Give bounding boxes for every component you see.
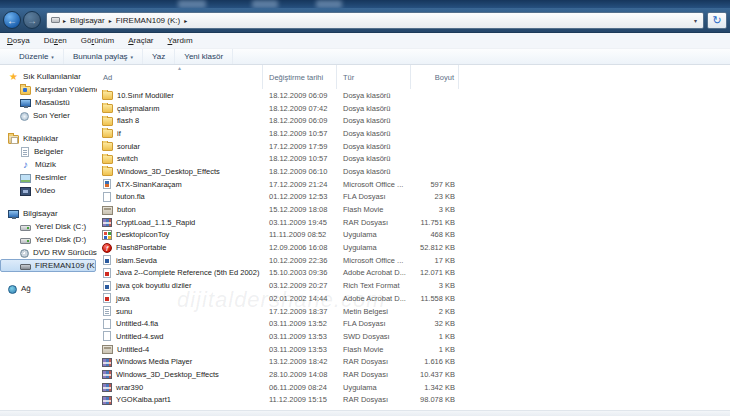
table-row[interactable]: java çok boyutlu diziler03.12.2009 20:27… xyxy=(97,279,730,292)
menu-yardim[interactable]: Yardım xyxy=(161,36,200,45)
address-dropdown-icon[interactable]: ▾ xyxy=(692,17,699,24)
main-area: ★Sık KullanılanlarKarşıdan YüklemelerMas… xyxy=(0,65,730,416)
rar-icon xyxy=(102,358,112,367)
table-row[interactable]: Untitled-4.fla03.11.2009 13:52FLA Dosyas… xyxy=(97,317,730,330)
toolbar-yeni-klasor[interactable]: Yeni klasör xyxy=(175,49,233,64)
table-row[interactable]: ATX-SinanKaraçam17.12.2009 21:24Microsof… xyxy=(97,178,730,191)
hdd-icon xyxy=(20,225,31,231)
table-row[interactable]: Windows_3D_Desktop_Effects18.12.2009 06:… xyxy=(97,165,730,178)
refresh-button[interactable]: ↻ xyxy=(707,12,727,29)
office-icon xyxy=(103,179,111,189)
menu-gorunum[interactable]: Görünüm xyxy=(74,36,121,45)
column-header-de-i-tirme-tarihi[interactable]: Değiştirme tarihi xyxy=(263,65,337,89)
table-row[interactable]: if18.12.2009 10:57Dosya klasörü xyxy=(97,127,730,140)
column-header-ad[interactable]: Ad▴ xyxy=(97,65,263,89)
sidebar-item[interactable]: ♪Müzik xyxy=(0,158,97,171)
hdd2-icon xyxy=(20,238,31,244)
file-size-cell: 3 KB xyxy=(411,205,459,214)
table-row[interactable]: buton15.12.2009 18:08Flash Movie3 KB xyxy=(97,203,730,216)
file-type-cell: Dosya klasörü xyxy=(337,116,411,125)
file-name-cell: 10.Sınıf Modüller xyxy=(97,90,263,100)
file-date-cell: 18.12.2009 10:57 xyxy=(263,129,337,138)
column-header-boyut[interactable]: Boyut xyxy=(411,65,459,89)
table-row[interactable]: sunu17.12.2009 18:37Metin Belgesi2 KB xyxy=(97,305,730,318)
file-name-cell: Windows_3D_Desktop_Effects xyxy=(97,166,263,176)
sidebar-group: KitaplıklarBelgeler♪MüzikResimlerVideo xyxy=(0,132,97,197)
table-row[interactable]: buton.fla01.12.2009 12:53FLA Dosyası23 K… xyxy=(97,191,730,204)
breadcrumb-item[interactable]: FIREMAN109 (K:) xyxy=(115,16,181,25)
pdf-icon xyxy=(103,268,111,278)
sidebar-group-label: Bilgisayar xyxy=(23,209,58,218)
sidebar-group-kitapl-klar[interactable]: Kitaplıklar xyxy=(0,132,97,145)
sidebar-group-a-[interactable]: Ağ xyxy=(0,282,97,295)
sidebar-item[interactable]: Video xyxy=(0,184,97,197)
flash-icon: f xyxy=(102,243,112,253)
table-row[interactable]: 10.Sınıf Modüller18.12.2009 06:09Dosya k… xyxy=(97,89,730,102)
file-type-cell: Flash Movie xyxy=(337,205,411,214)
file-name-cell: Untitled-4.fla xyxy=(97,319,263,329)
sidebar-item[interactable]: Yerel Disk (C:) xyxy=(0,220,97,233)
table-row[interactable]: Untitled-403.11.2009 13:53Flash Movie1 K… xyxy=(97,343,730,356)
titlebar-glass-blob xyxy=(178,0,206,8)
sidebar-item[interactable]: Karşıdan Yüklemeler xyxy=(0,83,97,96)
back-button[interactable]: ← xyxy=(3,11,21,29)
toolbar-yaz[interactable]: Yaz xyxy=(143,49,175,64)
forward-button[interactable]: → xyxy=(23,11,41,29)
table-row[interactable]: switch18.12.2009 10:57Dosya klasörü xyxy=(97,152,730,165)
file-size-cell: 10.437 KB xyxy=(411,370,459,379)
breadcrumb-item[interactable]: Bilgisayar xyxy=(69,16,106,25)
column-header-t-r[interactable]: Tür xyxy=(337,65,411,89)
column-header-label: Tür xyxy=(343,73,354,82)
file-size-cell: 23 KB xyxy=(411,192,459,201)
file-size-cell: 1.616 KB xyxy=(411,357,459,366)
menu-araclar[interactable]: Araçlar xyxy=(121,36,160,45)
menu-dosya[interactable]: Dosya xyxy=(0,36,37,45)
folder-icon xyxy=(102,91,113,100)
table-row[interactable]: CryptLoad_1.1.5_Rapid03.11.2009 19:45RAR… xyxy=(97,216,730,229)
table-row[interactable]: Untitled-4.swd03.11.2009 13:53SWD Dosyas… xyxy=(97,330,730,343)
rar-icon xyxy=(102,396,112,405)
sidebar-item-label: FIREMAN109 (K:) xyxy=(35,261,96,270)
toolbar-duzenle[interactable]: Düzenle▾ xyxy=(10,49,64,64)
menu-duzen[interactable]: Düzen xyxy=(37,36,74,45)
table-row[interactable]: flash 818.12.2009 06:09Dosya klasörü xyxy=(97,114,730,127)
table-row[interactable]: Windows_3D_Desktop_Effects28.10.2009 14:… xyxy=(97,368,730,381)
file-type-cell: Uygulama xyxy=(337,383,411,392)
file-name-cell: Untitled-4 xyxy=(97,344,263,354)
table-row[interactable]: sorular17.12.2009 17:59Dosya klasörü xyxy=(97,140,730,153)
file-name-cell: YGOKaiba.part1 xyxy=(97,395,263,405)
table-row[interactable]: java02.01.2002 14:44Adobe Acrobat D...11… xyxy=(97,292,730,305)
forward-arrow-icon: → xyxy=(27,15,37,26)
table-row[interactable]: Windows Media Player13.12.2009 18:42RAR … xyxy=(97,355,730,368)
sidebar-group-bilgisayar[interactable]: Bilgisayar xyxy=(0,207,97,220)
file-type-cell: RAR Dosyası xyxy=(337,395,411,404)
sidebar-group-s-k-kullan-lanlar[interactable]: ★Sık Kullanılanlar xyxy=(0,70,97,83)
toolbar-bununla-paylas[interactable]: Bununla paylaş▾ xyxy=(64,49,143,64)
file-date-cell: 03.11.2009 13:53 xyxy=(263,345,337,354)
word-icon xyxy=(103,255,111,265)
sidebar-item[interactable]: Belgeler xyxy=(0,145,97,158)
file-name-cell: buton xyxy=(97,205,263,215)
table-row[interactable]: Java 2--Complete Reference (5th Ed 2002)… xyxy=(97,267,730,280)
table-row[interactable]: DesktopIconToy11.11.2009 08:52Uygulama46… xyxy=(97,229,730,242)
table-row[interactable]: çalışmalarım18.12.2009 07:42Dosya klasör… xyxy=(97,102,730,115)
table-row[interactable]: YGOKaiba.part111.12.2009 15:15RAR Dosyas… xyxy=(97,394,730,407)
sidebar-item[interactable]: FIREMAN109 (K:) xyxy=(0,259,96,272)
file-date-cell: 18.12.2009 06:09 xyxy=(263,91,337,100)
sidebar-item[interactable]: Masaüstü xyxy=(0,96,97,109)
sidebar-item[interactable]: Son Yerler xyxy=(0,109,97,122)
sidebar-item[interactable]: Resimler xyxy=(0,171,97,184)
file-name: java xyxy=(116,294,130,303)
page-icon xyxy=(103,331,111,341)
sidebar-item[interactable]: DVD RW Sürücüsü (E xyxy=(0,246,97,259)
address-bar[interactable]: ▸Bilgisayar▸FIREMAN109 (K:)▸ ▾ xyxy=(46,12,704,29)
file-name: wrar390 xyxy=(116,383,143,392)
table-row[interactable]: fFlash8Portable12.09.2006 16:08Uygulama5… xyxy=(97,241,730,254)
table-row[interactable]: islam.Sevda10.12.2009 22:36Microsoft Off… xyxy=(97,254,730,267)
file-size-cell: 52.812 KB xyxy=(411,243,459,252)
table-row[interactable]: wrar39006.11.2009 08:24Uygulama1.342 KB xyxy=(97,381,730,394)
file-type-cell: Metin Belgesi xyxy=(337,307,411,316)
file-date-cell: 17.12.2009 21:24 xyxy=(263,180,337,189)
file-size-cell: 1 KB xyxy=(411,345,459,354)
sidebar-item[interactable]: Yerel Disk (D:) xyxy=(0,233,97,246)
